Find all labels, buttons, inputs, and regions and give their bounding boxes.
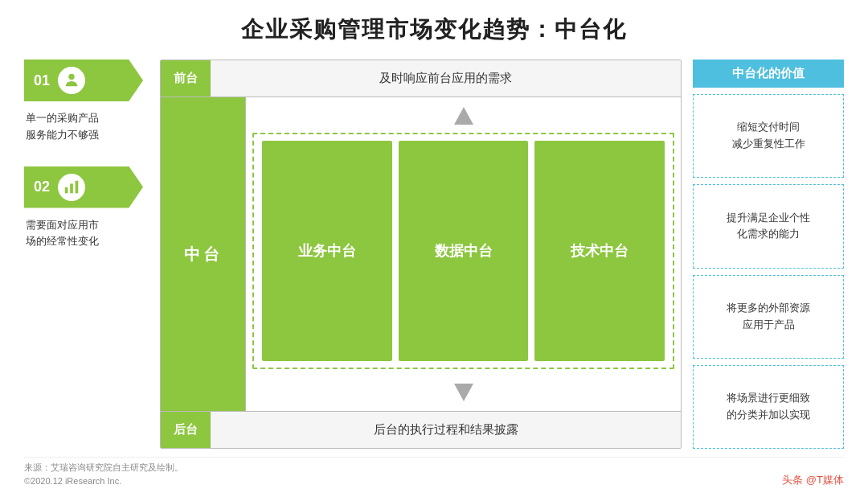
svg-rect-2: [70, 183, 73, 193]
sub-box-1: 业务中台: [262, 141, 392, 361]
back-label: 后台: [161, 412, 211, 448]
sub-box-2: 数据中台: [399, 141, 529, 361]
left-item-1: 01 单一的采购产品服务能力不够强: [24, 60, 149, 144]
value-item-2: 提升满足企业个性 化需求的能力: [693, 184, 844, 268]
svg-rect-1: [65, 187, 68, 193]
back-row: 后台 后台的执行过程和结果披露: [161, 411, 681, 448]
arrow-up-area: [246, 97, 681, 133]
item1-desc: 单一的采购产品服务能力不够强: [24, 110, 149, 144]
item1-icon: [58, 67, 85, 94]
right-column: 中台化的价值 缩短交付时间 减少重复性工作 提升满足企业个性 化需求的能力 将更…: [693, 60, 844, 449]
value-items: 缩短交付时间 减少重复性工作 提升满足企业个性 化需求的能力 将更多的外部资源 …: [693, 94, 844, 449]
front-desc: 及时响应前台应用的需求: [211, 71, 681, 86]
item2-desc: 需要面对应用市场的经常性变化: [24, 217, 149, 251]
middle-section: 中台 业务中台 数据中台: [161, 97, 681, 411]
footer-watermark: 头条 @T媒体: [782, 473, 844, 487]
item2-num: 02: [34, 179, 50, 195]
arrow-shape-2: 02: [24, 166, 143, 208]
front-label: 前台: [161, 60, 211, 97]
sub-box-3: 技术中台: [534, 141, 665, 361]
right-header: 中台化的价值: [693, 60, 844, 88]
item1-num: 01: [34, 72, 50, 89]
page-container: 企业采购管理市场变化趋势：中台化 01 单一的采购产品服务能力不够强: [0, 0, 868, 497]
center-column: 前台 及时响应前台应用的需求 中台: [160, 60, 682, 449]
arrow-down-area: [246, 376, 681, 411]
item2-icon: [58, 174, 85, 201]
footer: 来源：艾瑞咨询研究院自主研究及绘制。 ©2020.12 iResearch In…: [24, 457, 844, 487]
page-title: 企业采购管理市场变化趋势：中台化: [24, 14, 844, 45]
left-item-2: 02 需要面对应用市场的经常性变化: [24, 166, 149, 251]
value-item-1: 缩短交付时间 减少重复性工作: [693, 94, 844, 178]
value-item-3: 将更多的外部资源 应用于产品: [693, 275, 844, 359]
arrow-up-icon: [454, 105, 473, 125]
sub-boxes-row: 业务中台 数据中台 技术中台: [252, 133, 674, 369]
footer-source: 来源：艾瑞咨询研究院自主研究及绘制。 ©2020.12 iResearch In…: [24, 461, 183, 487]
sub-boxes-area: 业务中台 数据中台 技术中台: [245, 97, 681, 411]
arrow-shape-1: 01: [24, 60, 143, 101]
front-row: 前台 及时响应前台应用的需求: [161, 60, 681, 97]
zhongtai-box: 中台: [161, 97, 245, 411]
left-column: 01 单一的采购产品服务能力不够强 02: [24, 60, 149, 449]
arrow-down-icon: [454, 384, 473, 403]
back-desc: 后台的执行过程和结果披露: [211, 422, 681, 437]
main-content: 01 单一的采购产品服务能力不够强 02: [24, 60, 844, 449]
value-item-4: 将场景进行更细致 的分类并加以实现: [693, 365, 844, 449]
svg-rect-3: [76, 180, 79, 193]
svg-point-0: [68, 74, 74, 80]
